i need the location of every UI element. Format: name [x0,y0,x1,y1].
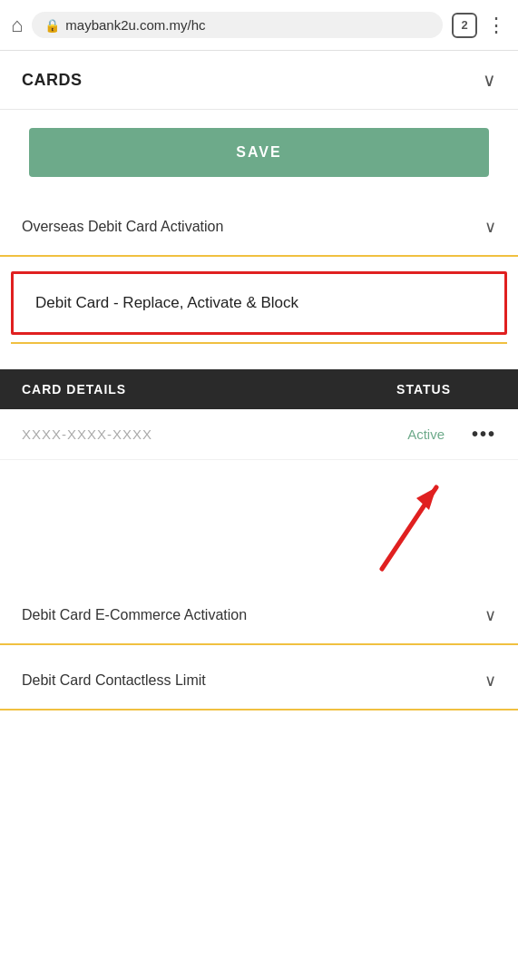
home-icon[interactable]: ⌂ [11,14,23,37]
contactless-limit-label: Debit Card Contactless Limit [22,672,206,689]
contactless-limit-item[interactable]: Debit Card Contactless Limit ∨ [0,652,518,710]
overseas-chevron-icon: ∨ [484,217,496,237]
overseas-activation-label: Overseas Debit Card Activation [22,219,223,235]
card-status-text: Active [407,426,445,442]
table-row: XXXX-XXXX-XXXX Active ••• [0,409,518,460]
svg-marker-1 [416,487,436,510]
url-text: maybank2u.com.my/hc [65,17,205,33]
ecommerce-activation-item[interactable]: Debit Card E-Commerce Activation ∨ [0,587,518,645]
browser-bar: ⌂ 🔒 maybank2u.com.my/hc 2 ⋮ [0,0,518,51]
save-button[interactable]: SAVE [29,128,489,177]
cards-chevron-icon: ∨ [483,69,496,91]
overseas-activation-item[interactable]: Overseas Debit Card Activation ∨ [0,199,518,257]
debit-replace-label: Debit Card - Replace, Activate & Block [35,292,298,314]
page-content: CARDS ∨ SAVE Overseas Debit Card Activat… [0,51,518,980]
ecommerce-chevron-icon: ∨ [484,605,496,625]
browser-menu-icon[interactable]: ⋮ [486,14,507,37]
address-bar[interactable]: 🔒 maybank2u.com.my/hc [32,12,443,38]
tab-badge[interactable]: 2 [452,13,477,38]
debit-replace-item[interactable]: Debit Card - Replace, Activate & Block [11,271,507,335]
spacer-2 [0,344,518,351]
cards-section-header[interactable]: CARDS ∨ [0,51,518,110]
card-table: CARD DETAILS STATUS XXXX-XXXX-XXXX Activ… [0,369,518,460]
spacer-1 [0,257,518,264]
save-button-area: SAVE [0,110,518,199]
ecommerce-activation-label: Debit Card E-Commerce Activation [22,607,247,623]
lock-icon: 🔒 [44,18,60,33]
card-number-text: XXXX-XXXX-XXXX [22,426,407,442]
arrow-annotation [0,460,518,587]
card-more-button[interactable]: ••• [472,424,496,445]
spacer-3 [0,645,518,652]
card-table-header: CARD DETAILS STATUS [0,369,518,409]
red-arrow-icon [355,460,464,578]
contactless-chevron-icon: ∨ [484,671,496,691]
col-status: STATUS [396,382,451,397]
cards-title: CARDS [22,71,83,90]
col-card-details: CARD DETAILS [22,382,396,397]
